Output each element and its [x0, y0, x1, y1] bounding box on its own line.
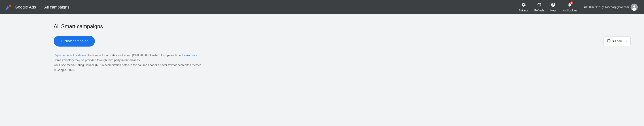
refresh-icon — [537, 2, 542, 8]
header-page-title: All campaigns — [44, 5, 69, 10]
page-title: All Smart campaigns — [54, 23, 644, 30]
user-menu[interactable]: 488-026-3209 yuliadeda@gmail.com — [582, 3, 640, 12]
date-filter-button[interactable]: All time ▾ — [603, 36, 630, 46]
toolbar-row: + New campaign All time ▾ — [54, 36, 644, 46]
header-actions: Settings Refresh Help — [516, 1, 640, 14]
help-button[interactable]: Help — [548, 1, 559, 14]
notifications-label: Notifications — [562, 9, 577, 12]
calendar-icon — [607, 39, 611, 44]
chevron-down-icon: ▾ — [626, 40, 627, 43]
info-section: Reporting is not real-time. Time zone fo… — [54, 53, 644, 72]
settings-icon — [521, 2, 526, 8]
date-filter-label: All time — [612, 40, 623, 43]
info-line-1: Reporting is not real-time. Time zone fo… — [54, 53, 644, 58]
header-divider — [40, 4, 40, 11]
header: Google Ads All campaigns Settings Refres… — [0, 0, 644, 14]
user-phone: 488-026-3209 — [584, 6, 600, 9]
settings-label: Settings — [519, 9, 528, 12]
svg-marker-0 — [5, 6, 9, 10]
help-icon — [551, 2, 556, 8]
notification-badge: 1 — [570, 1, 573, 4]
google-ads-logo-link[interactable]: Google Ads — [4, 3, 36, 11]
user-avatar — [630, 4, 638, 11]
info-line-3: You'll see Media Rating Council (MRC) ac… — [54, 63, 644, 68]
refresh-button[interactable]: Refresh — [532, 1, 546, 14]
new-campaign-button[interactable]: + New campaign — [54, 36, 95, 46]
info-line-2: Some inventory may be provided through t… — [54, 58, 644, 63]
main-content: All Smart campaigns + New campaign All t… — [0, 14, 644, 72]
refresh-label: Refresh — [534, 9, 544, 12]
notifications-icon: 1 — [567, 2, 572, 8]
info-line-4: © Google, 2023. — [54, 68, 644, 72]
new-campaign-plus-icon: + — [60, 39, 62, 44]
settings-button[interactable]: Settings — [516, 1, 531, 14]
user-email: yuliadeda@gmail.com — [602, 6, 629, 9]
google-ads-logo-icon — [4, 3, 12, 11]
help-label: Help — [550, 9, 556, 12]
info-timezone-text: Time zone for all dates and times: (GMT+… — [88, 54, 182, 57]
svg-point-4 — [633, 5, 635, 8]
svg-point-2 — [9, 4, 12, 8]
learn-more-link[interactable]: Learn more — [182, 54, 197, 57]
logo-text: Google Ads — [15, 5, 36, 10]
notifications-button[interactable]: 1 Notifications — [560, 1, 580, 14]
reporting-not-realtime-link[interactable]: Reporting is not real-time. — [54, 54, 87, 57]
new-campaign-label: New campaign — [64, 39, 88, 43]
